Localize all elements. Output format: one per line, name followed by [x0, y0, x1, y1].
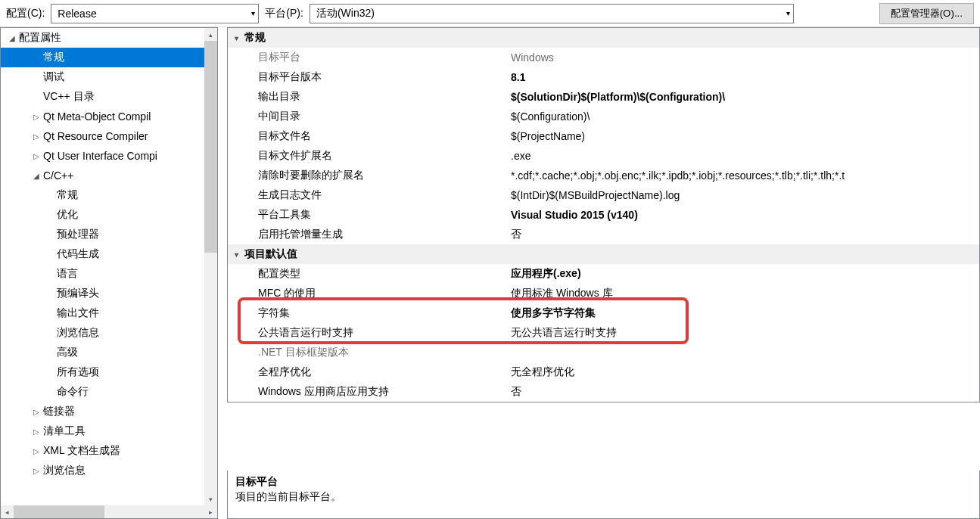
property-key: Windows 应用商店应用支持: [244, 385, 508, 399]
expand-icon[interactable]: ◢: [31, 172, 42, 180]
tree-item-label: 链接器: [42, 405, 75, 418]
property-key: 平台工具集: [244, 208, 508, 222]
grid-row[interactable]: 中间目录$(Configuration)\: [228, 107, 979, 126]
grid-row[interactable]: 输出目录$(SolutionDir)$(Platform)\$(Configur…: [228, 87, 979, 107]
config-combo[interactable]: Release ▾: [51, 4, 259, 23]
tree-item[interactable]: 浏览信息: [1, 323, 204, 343]
platform-label: 平台(P):: [265, 7, 303, 20]
expand-icon[interactable]: ▷: [31, 447, 42, 455]
property-value[interactable]: $(IntDir)$(MSBuildProjectName).log: [508, 189, 979, 201]
scroll-right-icon[interactable]: ▸: [204, 505, 217, 518]
grid-row[interactable]: 目标平台版本8.1: [228, 67, 979, 87]
scrollbar-vertical[interactable]: ▴ ▾: [204, 28, 217, 505]
tree-item[interactable]: 所有选项: [1, 362, 204, 382]
scroll-left-icon[interactable]: ◂: [1, 505, 14, 518]
expand-icon[interactable]: ▷: [31, 152, 42, 160]
tree-item[interactable]: 输出文件: [1, 303, 204, 323]
tree-item[interactable]: ▷链接器: [1, 402, 204, 421]
grid-row[interactable]: 全程序优化无全程序优化: [228, 362, 979, 382]
property-value[interactable]: 无全程序优化: [508, 365, 979, 379]
expand-icon[interactable]: ▷: [31, 427, 42, 436]
platform-value: 活动(Win32): [316, 7, 375, 20]
grid-row[interactable]: 配置类型应用程序(.exe): [228, 264, 979, 284]
grid-row[interactable]: MFC 的使用使用标准 Windows 库: [228, 284, 979, 303]
tree-item[interactable]: VC++ 目录: [1, 87, 204, 107]
grid-row[interactable]: Windows 应用商店应用支持否: [228, 382, 979, 402]
grid-row[interactable]: 目标平台Windows: [228, 48, 979, 67]
tree-item-label: 浏览信息: [55, 326, 99, 340]
tree-item-label: 常规: [55, 188, 78, 202]
property-value[interactable]: $(SolutionDir)$(Platform)\$(Configuratio…: [508, 91, 979, 103]
tree-item[interactable]: 语言: [1, 264, 204, 284]
grid-section-header[interactable]: ▾项目默认值: [228, 244, 979, 264]
tree-item[interactable]: ▷清单工具: [1, 421, 204, 441]
property-value[interactable]: 使用标准 Windows 库: [508, 287, 979, 300]
property-value[interactable]: $(Configuration)\: [508, 110, 979, 123]
tree-item[interactable]: ▷Qt Resource Compiler: [1, 126, 204, 146]
expand-icon[interactable]: ▷: [31, 132, 42, 141]
grid-row[interactable]: 启用托管增量生成否: [228, 225, 979, 244]
tree-root[interactable]: ◢配置属性: [1, 28, 204, 48]
property-value[interactable]: 否: [508, 228, 979, 241]
collapse-icon[interactable]: ▾: [228, 250, 244, 259]
expand-icon[interactable]: ▷: [31, 113, 42, 121]
grid-row[interactable]: 生成日志文件$(IntDir)$(MSBuildProjectName).log: [228, 185, 979, 205]
tree-item[interactable]: 预处理器: [1, 225, 204, 244]
tree-item[interactable]: 常规: [1, 185, 204, 205]
grid-row[interactable]: .NET 目标框架版本: [228, 343, 979, 362]
property-value[interactable]: *.cdf;*.cache;*.obj;*.obj.enc;*.ilk;*.ip…: [508, 169, 979, 182]
chevron-down-icon: ▾: [251, 9, 255, 17]
property-key: 启用托管增量生成: [244, 228, 508, 241]
property-grid: ▾常规目标平台Windows目标平台版本8.1输出目录$(SolutionDir…: [227, 27, 980, 402]
config-toolbar: 配置(C): Release ▾ 平台(P): 活动(Win32) ▾ 配置管理…: [0, 0, 980, 27]
tree-item[interactable]: ▷Qt User Interface Compi: [1, 146, 204, 166]
tree-item[interactable]: 调试: [1, 67, 204, 87]
grid-row[interactable]: 目标文件扩展名.exe: [228, 146, 979, 166]
grid-row[interactable]: 公共语言运行时支持无公共语言运行时支持: [228, 323, 979, 343]
property-value[interactable]: .exe: [508, 150, 979, 162]
scroll-thumb[interactable]: [14, 505, 104, 518]
property-key: 清除时要删除的扩展名: [244, 169, 508, 182]
expand-icon[interactable]: ▷: [31, 408, 42, 416]
property-value[interactable]: 使用多字节字符集: [508, 306, 979, 320]
grid-row[interactable]: 字符集使用多字节字符集: [228, 303, 979, 323]
collapse-icon[interactable]: ◢: [7, 34, 17, 42]
scroll-thumb[interactable]: [204, 41, 217, 253]
grid-row[interactable]: 清除时要删除的扩展名*.cdf;*.cache;*.obj;*.obj.enc;…: [228, 166, 979, 185]
config-manager-button[interactable]: 配置管理器(O)...: [879, 3, 974, 24]
expand-icon[interactable]: ▷: [31, 467, 42, 475]
scroll-up-icon[interactable]: ▴: [204, 28, 217, 41]
tree-item[interactable]: ▷Qt Meta-Object Compil: [1, 107, 204, 126]
tree-item-label: 输出文件: [55, 306, 99, 320]
property-value[interactable]: 8.1: [508, 71, 979, 83]
tree-item[interactable]: 高级: [1, 343, 204, 362]
tree-item[interactable]: 优化: [1, 205, 204, 225]
tree-item[interactable]: 命令行: [1, 382, 204, 402]
property-value[interactable]: 应用程序(.exe): [508, 267, 979, 281]
tree-item-label: 清单工具: [42, 424, 86, 438]
property-key: 生成日志文件: [244, 188, 508, 202]
tree-item-label: Qt Resource Compiler: [42, 130, 148, 142]
scroll-down-icon[interactable]: ▾: [204, 493, 217, 505]
property-value[interactable]: 无公共语言运行时支持: [508, 326, 979, 340]
collapse-icon[interactable]: ▾: [228, 34, 244, 42]
tree-item[interactable]: ◢C/C++: [1, 166, 204, 185]
tree-item[interactable]: 预编译头: [1, 284, 204, 303]
tree-item-label: 浏览信息: [42, 464, 86, 477]
property-value[interactable]: Visual Studio 2015 (v140): [508, 209, 979, 221]
grid-section-header[interactable]: ▾常规: [228, 28, 979, 48]
tree-item[interactable]: ▷XML 文档生成器: [1, 441, 204, 461]
grid-row[interactable]: 目标文件名$(ProjectName): [228, 126, 979, 146]
grid-row[interactable]: 平台工具集Visual Studio 2015 (v140): [228, 205, 979, 225]
tree-item[interactable]: 常规: [1, 48, 204, 67]
property-value[interactable]: 否: [508, 385, 979, 399]
platform-combo[interactable]: 活动(Win32) ▾: [310, 4, 794, 23]
property-key: 全程序优化: [244, 365, 508, 379]
scrollbar-horizontal[interactable]: ◂ ▸: [1, 505, 217, 518]
tree-item[interactable]: 代码生成: [1, 244, 204, 264]
tree-item[interactable]: ▷浏览信息: [1, 461, 204, 480]
property-value[interactable]: Windows: [508, 51, 979, 64]
property-value[interactable]: $(ProjectName): [508, 130, 979, 142]
nav-tree[interactable]: ◢配置属性常规调试VC++ 目录▷Qt Meta-Object Compil▷Q…: [1, 28, 217, 480]
description-title: 目标平台: [235, 475, 972, 489]
